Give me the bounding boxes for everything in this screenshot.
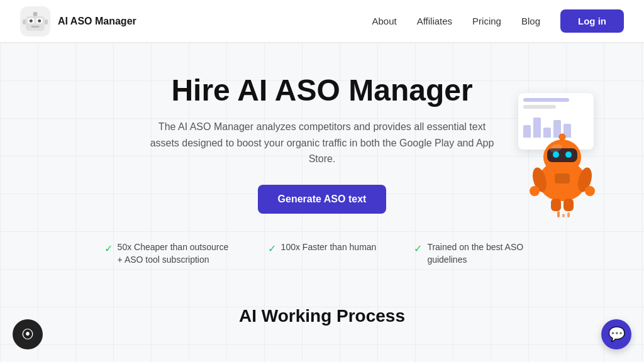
hero-subtitle: The AI ASO Manager analyzes competitors … [146,119,498,167]
check-icon-3: ✓ [414,243,422,255]
svg-point-14 [565,151,572,158]
nav-affiliates[interactable]: Affiliates [417,16,452,26]
svg-rect-9 [45,19,48,24]
robot-svg [506,106,619,219]
feature-text-1: 50x Cheaper than outsource + ASO tool su… [118,241,230,266]
check-icon-1: ✓ [104,243,113,255]
svg-point-16 [559,134,565,140]
feature-text-2: 100x Faster than human [281,241,377,254]
camera-icon: ⦿ [21,327,34,342]
robot-illustration [506,106,619,219]
chat-button[interactable]: 💬 [601,319,631,349]
svg-rect-5 [31,25,39,27]
bottom-section: AI Working Process [25,291,619,331]
feature-item-1: ✓ 50x Cheaper than outsource + ASO tool … [104,241,230,266]
brand-name: AI ASO Manager [58,16,136,27]
svg-rect-21 [551,199,561,211]
hero-section: Hire AI ASO Manager The AI ASO Manager a… [0,43,644,362]
svg-point-20 [585,186,595,196]
nav-links: About Affiliates Pricing Blog Log in [372,9,624,33]
logo-icon [23,9,48,34]
hero-title: Hire AI ASO Manager [25,73,619,107]
svg-point-4 [38,19,41,22]
navbar: AI ASO Manager About Affiliates Pricing … [0,0,644,43]
logo-box [20,6,50,36]
feature-text-3: Trained on the best ASO guidelines [427,241,540,266]
svg-point-19 [530,186,540,196]
svg-rect-26 [562,214,565,217]
chat-icon: 💬 [608,326,625,343]
features-row: ✓ 50x Cheaper than outsource + ASO tool … [25,241,619,266]
svg-rect-27 [567,212,570,217]
check-icon-2: ✓ [268,243,276,255]
svg-rect-8 [23,19,26,24]
nav-blog[interactable]: Blog [521,16,540,26]
svg-rect-0 [26,16,45,30]
camera-button[interactable]: ⦿ [13,319,43,349]
svg-point-3 [30,19,33,22]
brand-section: AI ASO Manager [20,6,136,36]
generate-aso-button[interactable]: Generate ASO text [258,185,387,214]
feature-item-2: ✓ 100x Faster than human [268,241,377,266]
login-button[interactable]: Log in [560,9,624,33]
svg-rect-22 [564,199,574,211]
nav-pricing[interactable]: Pricing [472,16,501,26]
nav-about[interactable]: About [372,16,396,26]
svg-rect-23 [555,173,570,184]
ai-working-process-title: AI Working Process [25,306,619,326]
svg-rect-25 [557,211,560,217]
feature-item-3: ✓ Trained on the best ASO guidelines [414,241,540,266]
svg-rect-7 [35,14,36,16]
